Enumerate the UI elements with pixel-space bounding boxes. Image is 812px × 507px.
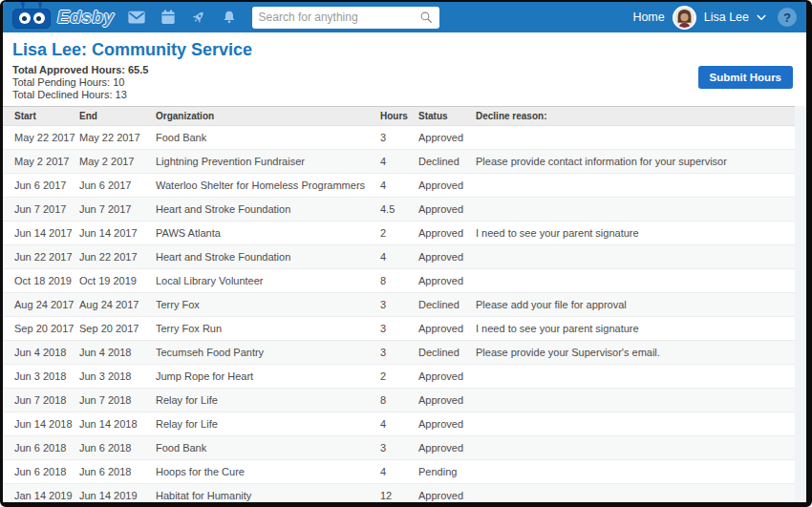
cell-end: May 2 2017 [79, 150, 156, 174]
table-row[interactable]: May 2 2017 May 2 2017 Lightning Preventi… [3, 150, 795, 174]
column-start: Start [3, 107, 79, 126]
cell-organization: Food Bank [156, 126, 380, 150]
search-icon[interactable] [419, 11, 433, 24]
cell-organization: Hoops for the Cure [156, 460, 380, 484]
cell-start: Jun 22 2017 [3, 245, 79, 269]
cell-hours: 4 [380, 412, 418, 436]
topbar-right: Home Lisa Lee ? [632, 6, 797, 30]
cell-hours: 12 [380, 484, 418, 503]
cell-start: Jun 4 2018 [3, 341, 79, 365]
cell-hours: 4.5 [380, 198, 418, 222]
cell-status: Approved [418, 436, 476, 460]
column-decline-reason: Decline reason: [476, 107, 795, 126]
cell-end: Jun 7 2017 [79, 198, 156, 222]
table-row[interactable]: Jan 14 2019 Jun 14 2019 Habitat for Huma… [3, 484, 795, 503]
cell-decline-reason [476, 484, 795, 503]
cell-status: Approved [418, 484, 476, 503]
home-link[interactable]: Home [632, 11, 664, 24]
cell-status: Declined [418, 150, 476, 174]
main-content: Lisa Lee: Community Service Total Approv… [3, 32, 806, 502]
cell-end: Aug 24 2017 [79, 293, 156, 317]
search-input[interactable] [259, 11, 419, 24]
column-organization: Organization [156, 107, 380, 126]
table-row[interactable]: Jun 6 2017 Jun 6 2017 Waterloo Shelter f… [3, 174, 795, 198]
cell-hours: 4 [380, 150, 418, 174]
table-row[interactable]: Sep 20 2017 Sep 20 2017 Terry Fox Run 3 … [3, 317, 795, 341]
table-row[interactable]: Jun 22 2017 Jun 22 2017 Heart and Stroke… [3, 245, 795, 269]
cell-decline-reason [476, 389, 795, 412]
submit-hours-button[interactable]: Submit Hours [698, 66, 793, 89]
cell-start: Jan 14 2019 [3, 484, 79, 503]
search-bar [252, 7, 439, 29]
cell-start: May 22 2017 [3, 126, 79, 150]
cell-end: Jun 6 2018 [79, 460, 156, 484]
cell-hours: 8 [380, 269, 418, 293]
cell-decline-reason [476, 126, 795, 150]
cell-start: May 2 2017 [3, 150, 79, 174]
cell-status: Approved [418, 245, 476, 269]
cell-hours: 8 [380, 389, 418, 412]
table-row[interactable]: Jun 14 2018 Jun 14 2018 Relay for Life 4… [3, 412, 795, 436]
cell-end: Jun 14 2018 [79, 412, 156, 436]
cell-status: Approved [418, 389, 476, 412]
cell-organization: Relay for Life [156, 389, 380, 412]
table-row[interactable]: Jun 4 2018 Jun 4 2018 Tecumseh Food Pant… [3, 341, 795, 365]
cell-organization: Lightning Prevention Fundraiser [156, 150, 380, 174]
table-row[interactable]: Aug 24 2017 Aug 24 2017 Terry Fox 3 Decl… [3, 293, 795, 317]
table-row[interactable]: Oct 18 2019 Oct 19 2019 Local Library Vo… [3, 269, 795, 293]
stats-row: Total Approved Hours: 65.5 Total Pending… [3, 64, 806, 101]
cell-status: Declined [418, 341, 476, 365]
cell-decline-reason [476, 174, 795, 198]
cell-end: Jun 3 2018 [79, 365, 156, 389]
cell-end: Jun 14 2017 [79, 222, 156, 245]
avatar[interactable] [673, 6, 696, 30]
cell-hours: 2 [380, 222, 418, 245]
table-row[interactable]: Jun 6 2018 Jun 6 2018 Hoops for the Cure… [3, 460, 795, 484]
mail-icon[interactable] [128, 11, 145, 24]
table-row[interactable]: Jun 14 2017 Jun 14 2017 PAWS Atlanta 2 A… [3, 222, 795, 245]
cell-start: Jun 7 2017 [3, 198, 79, 222]
cell-organization: Relay for Life [156, 412, 380, 436]
calendar-icon[interactable] [160, 10, 176, 25]
cell-decline-reason: Please add your file for approval [476, 293, 795, 317]
edsby-logo[interactable]: Edsby [12, 7, 115, 29]
cell-start: Jun 14 2017 [3, 222, 79, 245]
cell-end: Jun 14 2019 [79, 484, 156, 503]
topbar: Edsby [3, 2, 806, 32]
cell-status: Declined [418, 293, 476, 317]
cell-organization: Tecumseh Food Pantry [156, 341, 380, 365]
cell-start: Sep 20 2017 [3, 317, 79, 341]
cell-decline-reason [476, 412, 795, 436]
cell-organization: Habitat for Humanity [156, 484, 380, 503]
cell-start: Aug 24 2017 [3, 293, 79, 317]
cell-organization: Waterloo Shelter for Homeless Programmer… [156, 174, 380, 198]
cell-decline-reason: I need to see your parent signature [476, 222, 795, 245]
cell-end: Jun 6 2018 [79, 436, 156, 460]
cell-hours: 3 [380, 436, 418, 460]
table-row[interactable]: Jun 6 2018 Jun 6 2018 Food Bank 3 Approv… [3, 436, 795, 460]
page-title: Lisa Lee: Community Service [12, 40, 797, 60]
cell-decline-reason [476, 269, 795, 293]
table-body: May 22 2017 May 22 2017 Food Bank 3 Appr… [3, 126, 795, 503]
cell-start: Jun 6 2018 [3, 436, 79, 460]
user-menu-name[interactable]: Lisa Lee [704, 11, 749, 24]
table-row[interactable]: Jun 7 2018 Jun 7 2018 Relay for Life 8 A… [3, 389, 795, 412]
total-approved-hours: Total Approved Hours: 65.5 [12, 64, 148, 76]
bell-icon[interactable] [222, 10, 237, 25]
cell-start: Jun 6 2018 [3, 460, 79, 484]
rocket-icon[interactable] [191, 10, 206, 25]
hours-summary: Total Approved Hours: 65.5 Total Pending… [12, 64, 148, 101]
chevron-down-icon[interactable] [757, 14, 766, 21]
cell-hours: 4 [380, 174, 418, 198]
help-icon[interactable]: ? [778, 8, 797, 27]
table-row[interactable]: Jun 7 2017 Jun 7 2017 Heart and Stroke F… [3, 198, 795, 222]
cell-start: Jun 3 2018 [3, 365, 79, 389]
cell-organization: PAWS Atlanta [156, 222, 380, 245]
cell-start: Jun 6 2017 [3, 174, 79, 198]
table-row[interactable]: Jun 3 2018 Jun 3 2018 Jump Rope for Hear… [3, 365, 795, 389]
total-pending-hours: Total Pending Hours: 10 [12, 76, 148, 89]
table-row[interactable]: May 22 2017 May 22 2017 Food Bank 3 Appr… [3, 126, 795, 150]
cell-organization: Heart and Stroke Foundation [156, 245, 380, 269]
right-gutter [795, 106, 806, 502]
cell-status: Approved [418, 365, 476, 389]
